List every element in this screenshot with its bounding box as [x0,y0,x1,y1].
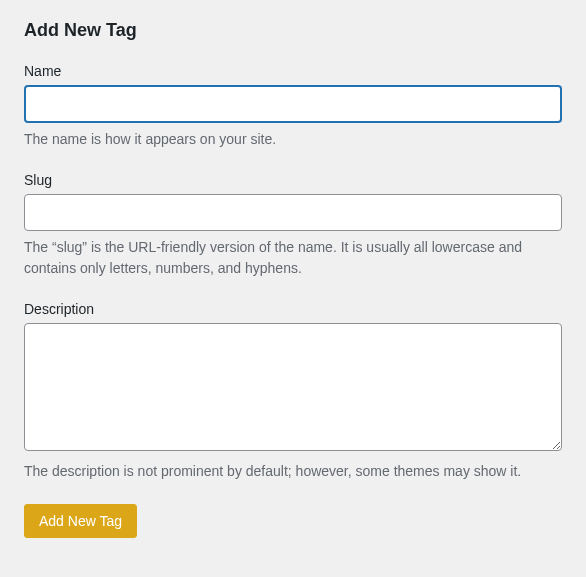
slug-field-group: Slug The “slug” is the URL-friendly vers… [24,172,562,280]
slug-input[interactable] [24,194,562,232]
slug-help-text: The “slug” is the URL-friendly version o… [24,237,562,279]
name-input[interactable] [24,85,562,123]
page-title: Add New Tag [24,20,562,41]
description-field-group: Description The description is not promi… [24,301,562,482]
description-textarea[interactable] [24,323,562,451]
add-new-tag-button[interactable]: Add New Tag [24,504,137,538]
name-help-text: The name is how it appears on your site. [24,129,562,150]
slug-label: Slug [24,172,562,188]
description-label: Description [24,301,562,317]
name-label: Name [24,63,562,79]
name-field-group: Name The name is how it appears on your … [24,63,562,150]
description-help-text: The description is not prominent by defa… [24,461,562,482]
